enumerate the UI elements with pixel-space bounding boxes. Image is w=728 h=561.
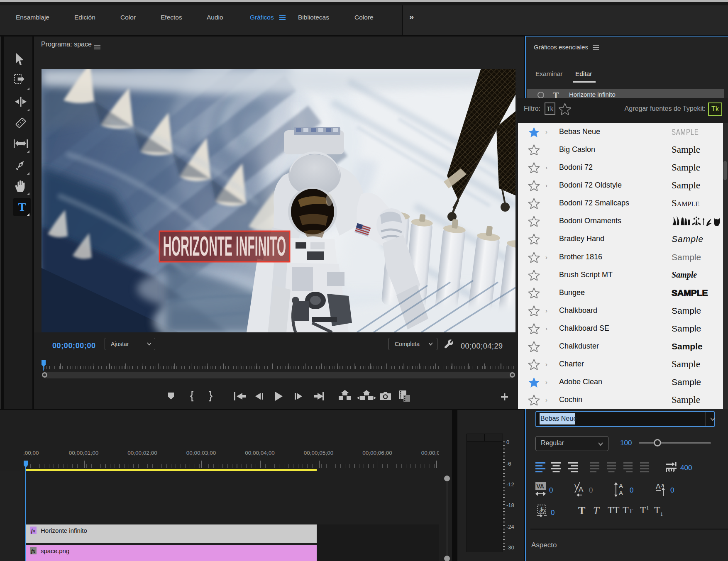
svg-text:A: A [619, 482, 623, 489]
svg-text:VA: VA [537, 483, 544, 490]
svg-text:あ: あ [539, 506, 545, 513]
svg-text:HORIZONTE INFINITO: HORIZONTE INFINITO [163, 231, 286, 261]
svg-text:A: A [619, 489, 623, 496]
svg-text:A: A [656, 483, 661, 490]
svg-text:A: A [579, 485, 584, 493]
svg-text:a: a [661, 482, 664, 488]
